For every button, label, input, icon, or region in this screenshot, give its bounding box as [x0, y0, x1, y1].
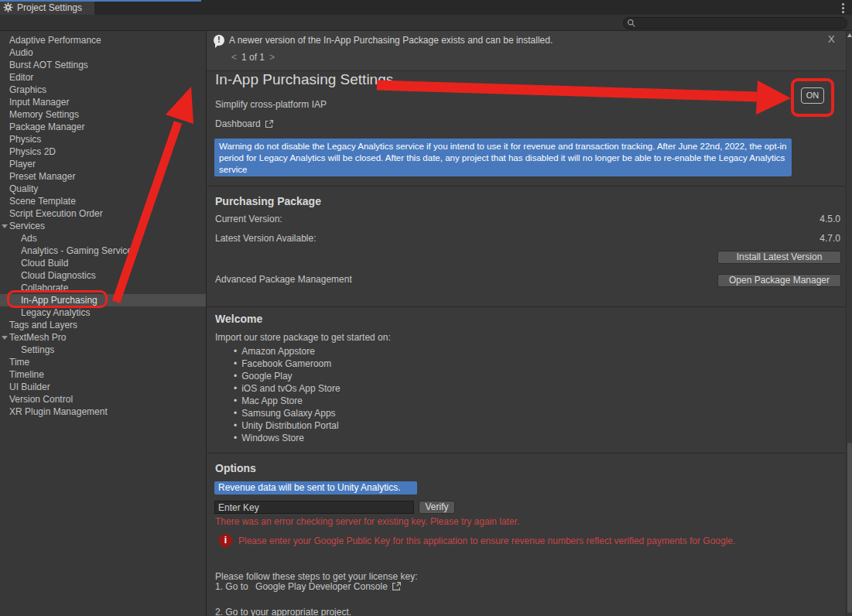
- store-list-item: Samsung Galaxy Apps: [234, 407, 340, 419]
- sidebar-item-services[interactable]: Services: [0, 220, 206, 232]
- sidebar-item-memory-settings[interactable]: Memory Settings: [0, 108, 206, 121]
- google-key-warning-text: Please enter your Google Public Key for …: [238, 536, 735, 546]
- open-package-manager-button[interactable]: Open Package Manager: [717, 274, 841, 287]
- store-list-item: Facebook Gameroom: [234, 358, 340, 370]
- sidebar-item-in-app-purchasing[interactable]: In-App Purchasing: [0, 294, 206, 306]
- sidebar-item-physics[interactable]: Physics: [0, 133, 206, 145]
- pager-next-button[interactable]: >: [269, 52, 275, 63]
- sidebar-item-ui-builder[interactable]: UI Builder: [0, 381, 206, 393]
- vertical-scrollbar[interactable]: [846, 31, 852, 616]
- banner-message: A newer version of the In-App Purchasing…: [229, 35, 553, 46]
- current-version-value: 4.5.0: [819, 214, 840, 224]
- sidebar-list: Adaptive Performance Audio Burst AOT Set…: [0, 34, 206, 418]
- welcome-heading: Welcome: [215, 313, 262, 325]
- sidebar-item-textmesh-pro[interactable]: TextMesh Pro: [0, 331, 206, 344]
- external-link-icon[interactable]: [392, 581, 402, 594]
- store-list-item: iOS and tvOs App Store: [234, 382, 340, 395]
- expander-triangle-icon[interactable]: [2, 336, 8, 340]
- sidebar-item-time[interactable]: Time: [0, 356, 206, 368]
- project-settings-window: Project Settings Adaptive Performance Au…: [0, 0, 852, 616]
- sidebar-item-tags-and-layers[interactable]: Tags and Layers: [0, 319, 206, 331]
- advanced-package-management-label: Advanced Package Management: [215, 274, 352, 285]
- external-link-icon: [265, 119, 274, 131]
- scrollbar-thumb[interactable]: [847, 443, 852, 613]
- error-info-icon: i: [219, 534, 232, 547]
- sidebar-item-adaptive-performance[interactable]: Adaptive Performance: [0, 34, 206, 46]
- search-input[interactable]: [636, 18, 843, 29]
- purchasing-package-heading: Purchasing Package: [215, 195, 321, 207]
- sidebar-item-graphics[interactable]: Graphics: [0, 84, 206, 96]
- store-list-item: Amazon Appstore: [234, 345, 340, 358]
- page-title: In-App Purchasing Settings: [215, 71, 393, 88]
- current-version-label: Current Version:: [215, 214, 282, 224]
- section-separator: [207, 306, 846, 307]
- dashboard-link[interactable]: Dashboard: [215, 118, 274, 131]
- step-1-prefix: 1. Go to: [215, 581, 248, 592]
- scroll-up-arrow-icon[interactable]: [847, 33, 852, 37]
- install-latest-version-button[interactable]: Install Latest Version: [717, 251, 841, 264]
- dashboard-link-label: Dashboard: [215, 118, 261, 129]
- sidebar-item-quality[interactable]: Quality: [0, 183, 206, 195]
- sidebar-item-legacy-analytics[interactable]: Legacy Analytics: [0, 306, 206, 319]
- sidebar-item-package-manager[interactable]: Package Manager: [0, 121, 206, 133]
- verify-button[interactable]: Verify: [419, 501, 455, 514]
- store-list-item: Unity Distribution Portal: [234, 419, 340, 432]
- sidebar-item-timeline[interactable]: Timeline: [0, 368, 206, 381]
- sidebar-item-script-execution-order[interactable]: Script Execution Order: [0, 207, 206, 220]
- section-separator: [207, 186, 846, 187]
- legacy-analytics-warning-box: Warning do not disable the Legacy Analyt…: [214, 139, 792, 176]
- gear-icon: [3, 2, 13, 12]
- welcome-intro: Import our store package to get started …: [215, 332, 391, 343]
- sidebar-item-label: Services: [9, 221, 45, 231]
- expander-triangle-icon[interactable]: [2, 224, 8, 228]
- sidebar-item-burst-aot-settings[interactable]: Burst AOT Settings: [0, 59, 206, 71]
- sidebar-item-analytics-gaming-services[interactable]: Analytics - Gaming Services: [0, 245, 206, 257]
- sidebar-item-ads[interactable]: Ads: [0, 232, 206, 245]
- sidebar-item-textmesh-settings[interactable]: Settings: [0, 344, 206, 356]
- sidebar-item-player[interactable]: Player: [0, 158, 206, 170]
- tab-strip: Project Settings: [0, 0, 852, 15]
- in-app-purchasing-panel: ! A newer version of the In-App Purchasi…: [207, 31, 846, 616]
- store-list-item: Google Play: [234, 370, 340, 382]
- latest-version-label: Latest Version Available:: [215, 233, 317, 244]
- service-toggle-on-button[interactable]: ON: [801, 87, 824, 104]
- store-list-item: Mac App Store: [234, 395, 340, 407]
- analytics-note-badge: Revenue data will be sent to Unity Analy…: [214, 481, 417, 495]
- store-list: Amazon Appstore Facebook Gameroom Google…: [234, 345, 340, 444]
- update-notification-banner: ! A newer version of the In-App Purchasi…: [207, 31, 846, 71]
- sidebar-item-physics-2d[interactable]: Physics 2D: [0, 145, 206, 158]
- sidebar-item-preset-manager[interactable]: Preset Manager: [0, 170, 206, 183]
- sidebar-item-scene-template[interactable]: Scene Template: [0, 195, 206, 207]
- search-icon: [627, 19, 636, 28]
- latest-version-value: 4.7.0: [819, 233, 840, 244]
- pager-prev-button[interactable]: <: [231, 52, 237, 63]
- kebab-menu-icon[interactable]: [838, 2, 847, 13]
- tab-project-settings[interactable]: Project Settings: [0, 0, 94, 15]
- settings-category-sidebar: Adaptive Performance Audio Burst AOT Set…: [0, 31, 207, 616]
- license-step-2: 2. Go to your appropriate project.: [215, 607, 351, 616]
- section-separator: [207, 453, 846, 453]
- sidebar-item-input-manager[interactable]: Input Manager: [0, 96, 206, 108]
- sidebar-item-xr-plugin-management[interactable]: XR Plugin Management: [0, 406, 206, 418]
- sidebar-item-label: TextMesh Pro: [9, 332, 66, 343]
- banner-pager: < 1 of 1 >: [231, 52, 275, 63]
- sidebar-item-audio[interactable]: Audio: [0, 46, 206, 59]
- sidebar-item-cloud-build[interactable]: Cloud Build: [0, 257, 206, 269]
- sidebar-item-version-control[interactable]: Version Control: [0, 393, 206, 406]
- server-error-text: There was an error checking server for e…: [215, 516, 519, 527]
- options-heading: Options: [215, 462, 256, 474]
- store-list-item: Windows Store: [234, 432, 340, 444]
- sidebar-item-editor[interactable]: Editor: [0, 71, 206, 84]
- page-subtitle: Simplify cross-platform IAP: [215, 99, 327, 110]
- google-play-console-link[interactable]: Google Play Developer Console: [255, 581, 388, 592]
- tab-label: Project Settings: [17, 2, 82, 13]
- license-steps-intro: Please follow these steps to get your li…: [215, 571, 417, 582]
- pager-label: 1 of 1: [241, 52, 265, 63]
- alert-bubble-icon: !: [214, 35, 226, 47]
- sidebar-item-collaborate[interactable]: Collaborate: [0, 282, 206, 294]
- focus-highlight-line: [0, 0, 201, 2]
- banner-close-button[interactable]: X: [828, 33, 835, 45]
- sidebar-item-cloud-diagnostics[interactable]: Cloud Diagnostics: [0, 269, 206, 282]
- search-field[interactable]: [623, 17, 847, 29]
- license-key-input[interactable]: [214, 501, 414, 514]
